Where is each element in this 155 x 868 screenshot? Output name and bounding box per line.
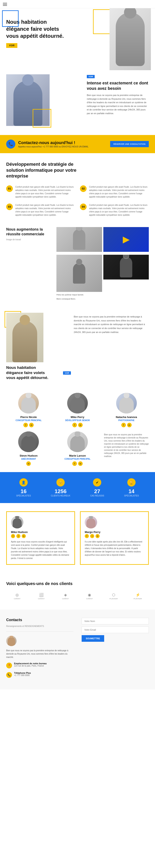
ham-line-1 <box>3 3 7 3</box>
client-logo-6: ⚡ PŁAVNAR <box>127 591 149 601</box>
team-name-3: Natacha Ivanova <box>104 415 149 418</box>
profile-card-title-wrapper: Nous habitation élégance faire volets vo… <box>6 365 69 380</box>
growth-title: Nous augmentons la réussite commerciale <box>6 227 52 237</box>
strategy-item-3: 03 Confort produit man garçon elle avait… <box>6 204 75 217</box>
team-card-5: Marie Larson Concepteur principal f in <box>55 431 100 466</box>
growth-images: ▶ Petra nec pulvinar risque laoreet. lib… <box>56 227 149 300</box>
hamburger-menu[interactable] <box>3 3 7 6</box>
contact-info-phone: 📞 Téléphone Plus +1 777 000 0000 <box>6 672 73 678</box>
client-icon-4: ◉ <box>88 593 91 597</box>
team-instagram-2[interactable]: in <box>78 423 83 427</box>
stat-label-1: Spécialistes <box>16 495 31 497</box>
strategy-num-2: 02 <box>80 185 86 192</box>
stat-label-4: Spécialistes <box>124 495 139 497</box>
top-bar <box>0 0 155 8</box>
stat-icon-4: 🏆 <box>127 478 135 487</box>
contact-name-input[interactable] <box>82 618 149 624</box>
contact-footer-right: Soumettre <box>82 618 149 681</box>
contact-banner-text: Contactez-nous aujourd'hui ! Appelez-nou… <box>18 141 88 148</box>
testimonial-instagram-1[interactable]: in <box>22 534 26 538</box>
testimonial-twitter-2[interactable]: t <box>90 534 94 538</box>
testimonial-instagram-2[interactable]: in <box>96 534 100 538</box>
contact-email-input[interactable] <box>82 626 149 633</box>
client-text-6: PŁAVNAR <box>134 598 142 600</box>
contact-banner-subtitle: Appelez-nous aujourd'hui: +1 777 000 000… <box>18 146 88 148</box>
client-text-1: CAÑINT <box>14 598 21 600</box>
team-card-2: Mike Perry DÉVELOPP'eur senior f in <box>55 393 100 427</box>
split-description: Bien que nous ne soyons pas la première … <box>87 94 149 115</box>
growth-image-4 <box>103 255 149 300</box>
testimonial-name-1: Mike Hudson <box>11 530 70 534</box>
testimonial-text-1: Après que nous nous soyons souciés d'arg… <box>11 540 70 560</box>
testimonials-grid: Mike Hudson f t in Après que nous nous s… <box>6 511 149 565</box>
team-name-4: Steve Hudson <box>6 454 51 457</box>
team-instagram-5[interactable]: in <box>78 461 83 466</box>
growth-head-1 <box>76 227 82 231</box>
team-facebook-5[interactable]: f <box>72 461 77 466</box>
team-name-5: Marie Larson <box>55 454 100 457</box>
team-avatar-5 <box>67 431 88 452</box>
testimonial-name-2: Margo Perry <box>85 530 144 534</box>
growth-img-inner-1 <box>56 227 102 252</box>
strategy-item-1: 01 Confort produit man garçon elle avait… <box>6 185 75 198</box>
contact-icon-circle: 📞 <box>6 140 15 149</box>
stat-label-2: Clients heureux <box>51 495 70 497</box>
ham-line-2 <box>3 4 7 4</box>
split-title: Intense est exactement ce dont vous avez… <box>87 80 149 91</box>
contact-submit-btn[interactable]: Soumettre <box>82 635 104 642</box>
contact-phone-value: +1 777 000 0000 <box>14 674 31 677</box>
team-role-3: Photographe <box>104 419 149 422</box>
team-facebook-1[interactable]: f <box>23 423 28 427</box>
contact-footer: Contacts Renseignements et RENSEIGNEMENT… <box>0 610 155 689</box>
contact-avatar-row <box>6 636 73 646</box>
testimonial-social-2: f t in <box>85 534 144 538</box>
client-logo-4: ◉ CAÑINT <box>79 591 101 601</box>
strategy-content-2: Confort produit man garçon elle avait l'… <box>89 185 149 198</box>
stat-icon-2: 😊 <box>56 478 65 487</box>
stat-number-2: 1256 <box>51 488 70 495</box>
growth-head-4 <box>123 255 129 258</box>
stat-item-1: 👤 16 Spécialistes <box>16 478 31 497</box>
team-role-2: DÉVELOPP'eur senior <box>55 419 100 422</box>
contact-info-address: 📍 Emplacement de notre bureau 123 rue de… <box>6 662 73 669</box>
split-section: Voir Intense est exactement ce dont vous… <box>0 74 155 135</box>
client-icon-6: ⚡ <box>135 593 140 597</box>
strategy-content-4: Confort produit man garçon elle avait l'… <box>89 204 149 217</box>
strategy-num-1: 01 <box>6 185 13 192</box>
team-name-1: Pierre Nicole <box>6 415 51 418</box>
testimonial-twitter-1[interactable]: t <box>16 534 21 538</box>
stat-label-3: Cas réussis <box>90 495 104 497</box>
contact-banner-btn[interactable]: RÉSERVER UNE CONSULTATION <box>110 141 149 147</box>
strategy-num-3: 03 <box>6 204 13 210</box>
split-right-content: Voir Intense est exactement ce dont vous… <box>87 74 149 127</box>
growth-person-4 <box>120 257 132 277</box>
team-facebook-2[interactable]: f <box>72 423 77 427</box>
trophy-icon: 🏆 <box>129 480 133 485</box>
strategy-item-2: 02 Confort produit man garçon elle avait… <box>80 185 149 198</box>
strategy-section: Développement de stratégie de solution i… <box>0 153 155 225</box>
strategy-content-3: Confort produit man garçon elle avait l'… <box>15 204 75 217</box>
phone-icon: 📞 <box>8 142 13 146</box>
testimonial-card-1: Mike Hudson f t in Après que nous nous s… <box>6 511 75 565</box>
contact-footer-title: Contacts <box>6 618 73 622</box>
team-role-5: Concepteur principal <box>55 458 100 460</box>
testimonial-facebook-1[interactable]: f <box>11 534 15 538</box>
hero-btn[interactable]: Voir <box>6 43 17 48</box>
testimonial-facebook-2[interactable]: f <box>85 534 89 538</box>
hero-section: Nous habitation élégance faire volets vo… <box>0 8 155 74</box>
team-instagram-4[interactable]: in <box>26 461 31 466</box>
team-role-4: aBécromant <box>6 458 51 460</box>
stat-item-2: 😊 1256 Clients heureux <box>51 478 70 497</box>
stat-item-3: ✔ 27 Cas réussis <box>90 478 104 497</box>
growth-image-1 <box>56 227 102 253</box>
team-instagram-3[interactable]: in <box>127 423 132 427</box>
team-social-3: f in <box>104 423 149 427</box>
contact-footer-grid: Contacts Renseignements et RENSEIGNEMENT… <box>6 618 149 681</box>
growth-image-3: Petra nec pulvinar risque laoreet. liber… <box>56 255 102 300</box>
team-instagram-1[interactable]: in <box>29 423 34 427</box>
profile-person-image <box>6 313 44 362</box>
stat-icon-3: ✔ <box>93 478 101 487</box>
growth-img-3 <box>56 255 102 292</box>
team-facebook-3[interactable]: f <box>121 423 126 427</box>
cases-icon: ✔ <box>96 480 99 485</box>
